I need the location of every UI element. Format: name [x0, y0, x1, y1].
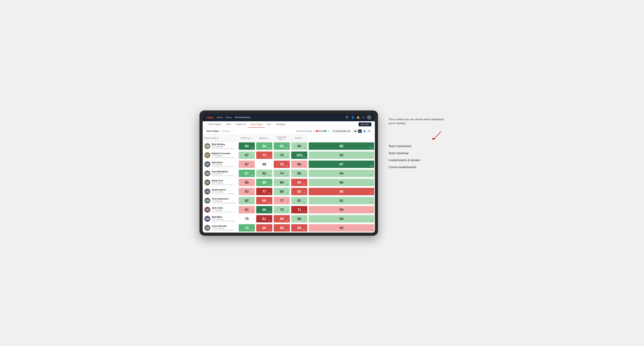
player-cell: AN Aaron Nicholls 11-15 Handicap Drift G… — [203, 223, 238, 232]
bar-green-1 — [321, 130, 324, 132]
metric-cell: 80 +1▲ — [273, 187, 290, 196]
table-row[interactable]: EE Elliot Ebert 1-5 Handicap Sunningdale… — [203, 160, 375, 169]
change-bar — [316, 130, 326, 132]
person-icon[interactable]: 👤 — [351, 116, 354, 119]
annotation-panel: This is where you can choose which dashb… — [388, 110, 444, 169]
tab-all-players[interactable]: All Players — [274, 121, 288, 128]
option-course-leaderboards[interactable]: Course leaderboards — [388, 166, 444, 169]
metric-cell: 82 +4▲ — [256, 169, 273, 178]
table-row[interactable]: CQ Charlie Quick ✔ 6-10 Handicap St. Geo… — [203, 187, 375, 196]
metric-cell: 89 +7▲ — [256, 178, 273, 187]
player-cell: BM Blair McHarg Plus Handicap Royal Nort… — [203, 142, 238, 151]
metric-cell: 81 +4▲ — [290, 196, 308, 205]
metric-cell: 87 +4▲ — [238, 169, 256, 178]
player-cell: EC Edward Crossman 1-5 Handicap Sunningd… — [203, 151, 238, 160]
metric-cell: 77 -3▼ — [273, 196, 290, 205]
table-row[interactable]: BM Blair McHarg Plus Handicap Royal Nort… — [203, 142, 375, 151]
filter-controls: 20 Round Change -5 +5 ☰ Last Rounds: — [296, 129, 371, 133]
nav-home[interactable]: Home — [217, 116, 222, 119]
table-row[interactable]: CR Chris Robertson ✔ 1-5 Handicap Craigm… — [203, 196, 375, 205]
metric-cell: 84 -21▲ — [290, 223, 308, 232]
person-view-button[interactable]: 👤 — [362, 129, 367, 133]
metric-cell: 88 — [256, 160, 273, 169]
metric-cell: 86 -6▼ — [290, 160, 308, 169]
list-view-button[interactable]: ■ — [358, 129, 362, 133]
metric-cell: 75 +2▲ — [273, 205, 290, 214]
logo[interactable]: clippd — [206, 116, 213, 119]
metric-cell: 83 -6▼ — [290, 187, 308, 196]
metric-cell: 88 -2▼ — [290, 214, 308, 223]
player-table: Player Quality ▼ Off the Tee — Approach … — [203, 135, 375, 233]
player-cell: JC Josh Coles 1-5 Handicap Royal North D… — [203, 205, 238, 214]
metric-cell: 97 +5▲ — [308, 160, 375, 169]
sub-nav: PGAT Players PGA Hcaps 1-5 Team Clippd T… — [203, 121, 375, 128]
option-leaderboards[interactable]: Leaderboards & streaks — [388, 159, 444, 162]
team-count: | 14 Players — [220, 130, 230, 132]
metric-cell: 96 +3▲ — [308, 178, 375, 187]
table-row[interactable]: EC Edward Crossman 1-5 Handicap Sunningd… — [203, 151, 375, 160]
add-team-button[interactable]: Add Team — [358, 123, 371, 126]
metric-cell: 58 +10▲ — [273, 223, 290, 232]
player-cell: DF David Ford ✔ Plus Handicap Royal Nort… — [203, 178, 238, 187]
tab-hcaps[interactable]: Hcaps 1-5 — [234, 121, 248, 128]
team-name: Team Clippd — [206, 130, 218, 132]
table-row[interactable]: AN Aaron Nicholls 11-15 Handicap Drift G… — [203, 223, 375, 232]
header-approach[interactable]: Approach — — [256, 135, 273, 142]
metric-cell: 92 -3▼ — [308, 151, 375, 160]
header-off-tee[interactable]: Off the Tee — — [238, 135, 256, 142]
metric-cell: 61 -3▼ — [256, 214, 273, 223]
nav-my-performance[interactable]: My Performance — [235, 116, 250, 119]
metric-cell: 83 -10▼ — [290, 178, 308, 187]
metric-cell: 94 +1▲ — [308, 169, 375, 178]
metric-cell: 79 +9▲ — [273, 151, 290, 160]
dashboard-options: Team Dashboard Team Heatmap Leaderboards… — [388, 145, 444, 169]
player-cell: EE Elliot Ebert 1-5 Handicap Sunningdale… — [203, 160, 238, 169]
table-row[interactable]: MM Matt Miller 6-10 Handicap Woburn Golf… — [203, 214, 375, 223]
settings-icon[interactable]: ⚙ — [362, 116, 364, 119]
header-around-green[interactable]: Around the Green — — [273, 135, 290, 142]
table-row[interactable]: JC Josh Coles 1-5 Handicap Royal North D… — [203, 205, 375, 214]
tab-team-clippd[interactable]: Team Clippd — [248, 121, 264, 128]
header-putting[interactable]: Putting — — [290, 135, 308, 142]
download-button[interactable]: ⬇ — [367, 129, 371, 133]
bar-green-2 — [324, 130, 326, 132]
metric-cell: 60 +2▲ — [256, 196, 273, 205]
team-header: Team Clippd | 14 Players ✎ 20 Round Chan… — [203, 128, 375, 135]
bar-red-1 — [316, 130, 318, 132]
arrow-icon — [430, 131, 444, 141]
table-row[interactable]: DB Dave Billingham 1-5 Handicap Gog Mago… — [203, 169, 375, 178]
tab-tour[interactable]: Tour — [264, 121, 274, 128]
svg-line-0 — [434, 131, 441, 139]
table-row[interactable]: DF David Ford ✔ Plus Handicap Royal Nort… — [203, 178, 375, 187]
metric-cell: 74 +1▲ — [273, 169, 290, 178]
avatar[interactable]: U — [367, 115, 371, 120]
metric-cell: 60 -1▼ — [256, 223, 273, 232]
metric-cell: 103 +15▲ — [290, 151, 308, 160]
metric-cell: 85 -4▼ — [308, 223, 375, 232]
metric-cell: 95 +9▲ — [308, 142, 375, 151]
tab-pga[interactable]: PGA — [224, 121, 234, 128]
nav-links: Home Teams My Performance — [217, 116, 250, 119]
metric-cell: 81 -3▼ — [238, 205, 256, 214]
last-rounds-button[interactable]: ☰ Last Rounds: 20 — [332, 129, 351, 133]
option-team-heatmap[interactable]: Team Heatmap — [388, 152, 444, 155]
bar-red-2 — [318, 130, 321, 132]
metric-cell: 80 +3▲ — [273, 178, 290, 187]
bell-icon[interactable]: 🔔 — [357, 116, 360, 119]
metric-cell: 85 -3▼ — [290, 169, 308, 178]
search-icon[interactable]: 🔍 — [346, 116, 349, 119]
header-player[interactable]: Player Quality ▼ — [203, 135, 238, 142]
metric-cell: 84 +6▲ — [256, 142, 273, 151]
grid-view-button[interactable]: ■■ — [353, 129, 358, 133]
view-icons: ■■ ■ 👤 ⬇ — [353, 129, 371, 133]
metric-cell: 87 +1▲ — [238, 151, 256, 160]
metric-cell: 94 +3▲ — [308, 214, 375, 223]
tab-pgat[interactable]: PGAT Players — [206, 121, 224, 128]
metric-cell: 85 -3▼ — [238, 178, 256, 187]
edit-icon[interactable]: ✎ — [232, 130, 234, 132]
tablet-screen: clippd Home Teams My Performance 🔍 👤 🔔 ⚙… — [203, 114, 375, 233]
nav-teams[interactable]: Teams — [226, 116, 232, 119]
annotation-text: This is where you can choose which dashb… — [388, 117, 444, 125]
option-team-dashboard[interactable]: Team Dashboard — [388, 145, 444, 148]
metric-cell: 87 -3▼ — [238, 160, 256, 169]
